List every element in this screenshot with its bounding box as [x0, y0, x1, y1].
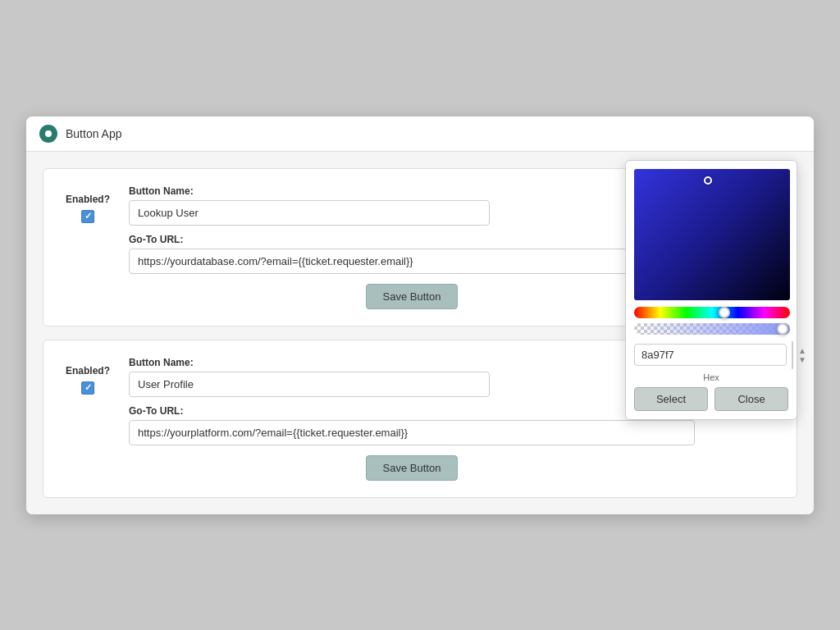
card2-button-name-input[interactable] — [129, 372, 490, 397]
title-bar: Button App — [26, 116, 814, 152]
app-title: Button App — [66, 127, 122, 140]
spinner-control[interactable]: ▲▼ — [798, 346, 806, 364]
close-button[interactable]: Close — [714, 387, 788, 411]
hue-slider[interactable] — [634, 307, 790, 318]
hex-row: ▲▼ — [634, 341, 788, 369]
card2-goto-url-label: Go-To URL: — [129, 405, 695, 417]
app-body: Enabled? Button Name: Go-To URL: Save Bu… — [26, 152, 814, 514]
color-canvas-bg — [634, 169, 790, 300]
card2-enabled-checkbox[interactable] — [81, 381, 94, 395]
card2-fields: Button Name: Go-To URL: Save Button — [129, 357, 695, 481]
card1-enabled-label: Enabled? — [66, 194, 110, 205]
color-picker-popup: ▲▼ Hex Select Close — [625, 160, 797, 420]
picker-buttons: Select Close — [634, 387, 788, 411]
card1-save-button[interactable]: Save Button — [366, 284, 459, 309]
card1-button-name-label: Button Name: — [129, 185, 695, 197]
card1-button-name-input[interactable] — [129, 200, 490, 226]
card1-fields: Button Name: Go-To URL: Save Button — [129, 185, 695, 309]
hex-input[interactable] — [634, 344, 787, 366]
hex-label: Hex — [703, 372, 719, 382]
card2-enabled-section: Enabled? — [63, 357, 112, 395]
card1-enabled-checkbox[interactable] — [81, 210, 94, 223]
picker-dot[interactable] — [704, 176, 712, 185]
color-canvas[interactable] — [634, 169, 790, 300]
card1-enabled-section: Enabled? — [63, 185, 112, 223]
card1-goto-url-input[interactable] — [129, 249, 695, 274]
card2-goto-url-input[interactable] — [129, 420, 695, 445]
alpha-thumb[interactable] — [777, 323, 788, 335]
select-button[interactable]: Select — [634, 387, 708, 411]
card2-enabled-label: Enabled? — [66, 365, 110, 377]
alpha-overlay — [634, 323, 790, 335]
app-window: Button App Enabled? Button Name: Go-To U… — [26, 116, 814, 514]
alpha-slider[interactable] — [634, 323, 790, 335]
card2-save-button[interactable]: Save Button — [366, 455, 459, 481]
hue-thumb[interactable] — [719, 307, 730, 318]
app-icon — [39, 125, 57, 143]
card2-button-name-label: Button Name: — [129, 357, 695, 368]
color-preview-box — [792, 341, 793, 369]
card1-goto-url-label: Go-To URL: — [129, 234, 695, 245]
